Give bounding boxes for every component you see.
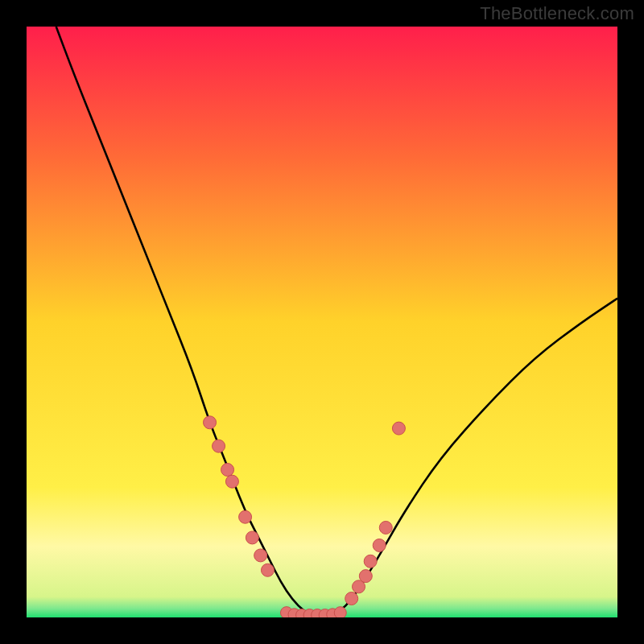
dot-right bbox=[364, 555, 377, 568]
dot-right bbox=[392, 422, 405, 435]
chart-frame: TheBottleneck.com bbox=[0, 0, 644, 644]
dot-left bbox=[254, 549, 267, 562]
bottleneck-chart bbox=[27, 27, 617, 617]
dot-flat bbox=[334, 607, 346, 617]
dot-left bbox=[239, 510, 252, 523]
dot-left bbox=[204, 416, 217, 429]
dot-right bbox=[379, 521, 392, 534]
dot-left bbox=[261, 564, 274, 576]
dot-right bbox=[359, 570, 372, 583]
dot-left bbox=[213, 440, 225, 452]
dot-right bbox=[345, 592, 358, 605]
watermark-text: TheBottleneck.com bbox=[480, 3, 634, 24]
dot-left bbox=[246, 531, 258, 544]
dot-left bbox=[221, 464, 234, 477]
gradient-background bbox=[27, 27, 617, 617]
dot-right bbox=[373, 539, 386, 551]
dot-left bbox=[225, 475, 238, 488]
